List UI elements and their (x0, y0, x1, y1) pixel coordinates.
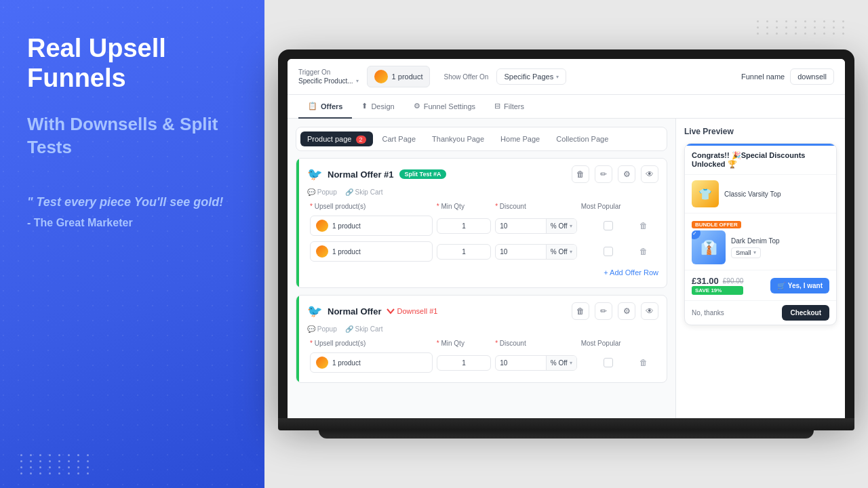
save-badge: SAVE 19% (692, 286, 743, 295)
delete-row-3[interactable]: 🗑 (639, 358, 656, 367)
settings-icon: ⚙ (414, 102, 420, 110)
trigger-label: Trigger On (298, 68, 359, 76)
preview-product-1-img: 👕 (692, 180, 719, 207)
edit-offer-2-btn[interactable]: ✏ (595, 302, 612, 320)
page-tab-home-label: Home Page (500, 135, 540, 143)
preview-product-2: BUNDLE OFFER 👔 ✓ Dark Denim Top (685, 214, 836, 270)
page-tab-home[interactable]: Home Page (494, 131, 547, 146)
view-offer-1-btn[interactable]: 👁 (641, 165, 658, 183)
discount-suffix-2[interactable]: % Off ▾ (546, 245, 576, 259)
offer-2-sub: 💬 Popup 🔗 Skip Cart (307, 325, 658, 333)
offer-2-popup: 💬 Popup (307, 325, 337, 333)
view-offer-2-btn[interactable]: 👁 (641, 302, 658, 320)
settings-offer-2-btn[interactable]: ⚙ (618, 302, 635, 320)
offer-card-1: 🐦 Normal Offer #1 Split Test #A 🗑 ✏ ⚙ (296, 158, 667, 288)
page-tab-collection-label: Collection Page (556, 135, 608, 143)
edit-offer-1-btn[interactable]: ✏ (595, 165, 612, 183)
product-badge[interactable]: 1 product (367, 66, 431, 87)
col2-product: Upsell product(s) (310, 340, 433, 347)
bundle-badge: BUNDLE OFFER (692, 221, 741, 228)
offer-1-product-2-label: 1 product (332, 248, 361, 256)
page-tab-cart[interactable]: Cart Page (376, 131, 423, 146)
app-ui: Trigger On Specific Product... ▾ 1 produ… (288, 59, 845, 418)
price-old: £90.00 (723, 277, 744, 285)
offer-1-min-qty-2[interactable]: 1 (437, 244, 491, 260)
laptop-frame: Trigger On Specific Product... ▾ 1 produ… (278, 49, 854, 418)
offer-1-product-1[interactable]: 1 product (310, 216, 433, 236)
live-preview: Live Preview Congrats!! 🎉Special Discoun… (675, 119, 845, 418)
offer-2-discount-1: 10 % Off ▾ (495, 355, 577, 371)
offer-2-product-1[interactable]: 1 product (310, 352, 433, 373)
dots-pattern (20, 454, 92, 474)
delete-row-2[interactable]: 🗑 (639, 247, 656, 256)
tab-funnel-settings[interactable]: ⚙ Funnel Settings (404, 95, 485, 119)
discount-suffix-1[interactable]: % Off ▾ (546, 219, 576, 233)
preview-header-text: Congrats!! 🎉Special Discounts Unlocked (692, 151, 805, 168)
offer-1-product-2[interactable]: 1 product (310, 241, 433, 262)
preview-actions: No, thanks Checkout (685, 300, 836, 325)
size-select[interactable]: Small ▾ (731, 247, 761, 258)
discount-number-2[interactable]: 10 (496, 245, 546, 259)
funnel-section: Funnel name downsell (741, 68, 834, 85)
page-tab-product[interactable]: Product page 2 (300, 131, 373, 146)
offer-1-icon: 🐦 (307, 167, 322, 182)
tab-offers-label: Offers (321, 102, 342, 110)
main-content: Product page 2 Cart Page Thankyou Page (288, 119, 845, 418)
popular-checkbox-1[interactable] (604, 221, 613, 230)
offer-1-discount-2: 10 % Off ▾ (495, 244, 577, 260)
page-tab-product-badge: 2 (356, 136, 366, 144)
show-offer-dropdown[interactable]: Specific Pages ▾ (496, 68, 566, 85)
product-avatar-1 (316, 220, 328, 232)
laptop-stand (319, 430, 814, 439)
tab-filters[interactable]: ⊟ Filters (485, 95, 534, 119)
offer-2-min-qty-1[interactable]: 1 (437, 355, 491, 371)
sub-headline: With Downsells & Split Tests (27, 113, 237, 159)
delete-offer-1-btn[interactable]: 🗑 (572, 165, 589, 183)
popular-checkbox-3[interactable] (604, 358, 613, 367)
page-tab-thankyou[interactable]: Thankyou Page (425, 131, 491, 146)
delete-offer-2-btn[interactable]: 🗑 (572, 302, 589, 320)
yes-btn-label: Yes, I want (788, 282, 823, 289)
col-actions (639, 203, 656, 210)
discount-number-1[interactable]: 10 (496, 219, 546, 233)
no-thanks-btn[interactable]: No, thanks (692, 309, 724, 317)
offer-2-content: 🐦 Normal Offer Downsell #1 🗑 (299, 296, 667, 382)
size-chevron: ▾ (753, 249, 756, 256)
discount-suffix-3[interactable]: % Off ▾ (546, 356, 576, 370)
trigger-dropdown[interactable]: Specific Product... ▾ (298, 77, 359, 85)
preview-header: Congrats!! 🎉Special Discounts Unlocked 🏆 (685, 146, 836, 175)
popular-checkbox-2[interactable] (604, 247, 613, 256)
offers-icon: 📋 (308, 102, 317, 110)
col-min-qty: Min Qty (437, 203, 491, 210)
product-avatar-2 (316, 245, 328, 258)
nav-tabs: 📋 Offers ⬆ Design ⚙ Funnel Settings ⊟ (288, 95, 845, 119)
discount-number-3[interactable]: 10 (496, 356, 546, 370)
offer-card-2: 🐦 Normal Offer Downsell #1 🗑 (296, 295, 667, 383)
preview-footer: £31.00 £90.00 SAVE 19% 🛒 Yes, I want (685, 270, 836, 300)
offer-2-title: Normal Offer (328, 306, 381, 317)
offer-1-badge: Split Test #A (399, 169, 447, 179)
checkout-btn[interactable]: Checkout (782, 305, 829, 321)
chevron-icon-2: ▾ (570, 249, 572, 255)
preview-product-2-info: Dark Denim Top Small ▾ (731, 237, 780, 258)
delete-row-1[interactable]: 🗑 (639, 221, 656, 230)
offer-1-min-qty-1[interactable]: 1 (437, 218, 491, 234)
page-tab-collection[interactable]: Collection Page (549, 131, 615, 146)
tab-design[interactable]: ⬆ Design (352, 95, 403, 119)
funnel-label: Funnel name (741, 73, 785, 81)
offer-1-skip: 🔗 Skip Cart (345, 188, 383, 196)
tab-offers[interactable]: 📋 Offers (298, 95, 352, 119)
suffix-text-1: % Off (551, 222, 568, 230)
right-panel: Trigger On Specific Product... ▾ 1 produ… (264, 0, 868, 488)
funnel-value[interactable]: downsell (790, 68, 834, 85)
trigger-section: Trigger On Specific Product... ▾ (298, 68, 359, 85)
top-bar: Trigger On Specific Product... ▾ 1 produ… (288, 59, 845, 95)
offer-1-popup: 💬 Popup (307, 188, 337, 196)
show-offer-value: Specific Pages (504, 73, 553, 81)
left-panel: Real Upsell Funnels With Downsells & Spl… (0, 0, 264, 488)
yes-i-want-btn[interactable]: 🛒 Yes, I want (770, 278, 829, 293)
settings-offer-1-btn[interactable]: ⚙ (618, 165, 635, 183)
col2-actions (639, 340, 656, 347)
add-offer-row-1-btn[interactable]: + Add Offer Row (604, 268, 658, 277)
offer-1-discount-1: 10 % Off ▾ (495, 218, 577, 234)
